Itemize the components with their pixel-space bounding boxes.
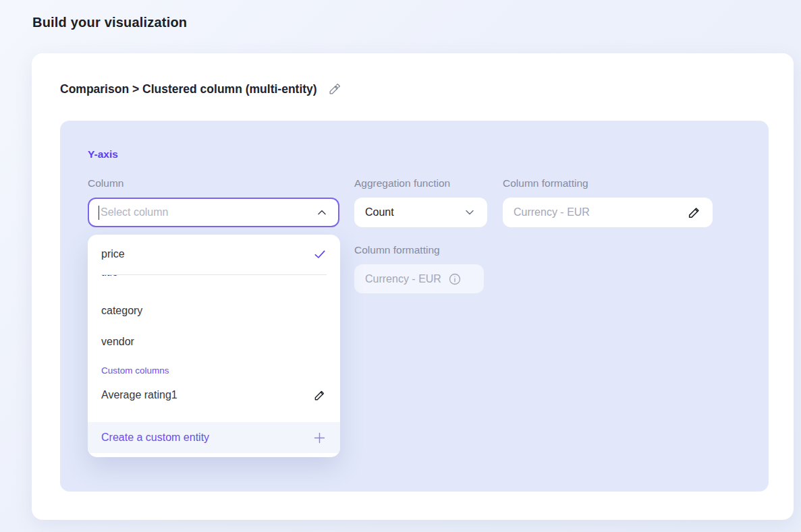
column-formatting-secondary-value: Currency - EUR bbox=[365, 273, 441, 285]
pencil-icon bbox=[328, 83, 341, 96]
edit-custom-column-button[interactable] bbox=[313, 388, 327, 402]
edit-formatting-button[interactable] bbox=[687, 205, 702, 220]
info-tooltip-trigger[interactable] bbox=[448, 272, 462, 286]
visualization-card: Comparison > Clustered column (multi-ent… bbox=[32, 53, 794, 520]
option-label: vendor bbox=[101, 336, 134, 348]
create-custom-entity-label: Create a custom entity bbox=[101, 432, 209, 444]
page-title: Build your visualization bbox=[32, 15, 187, 30]
dropdown-option-title-clipped[interactable]: title bbox=[88, 275, 340, 295]
plus-icon bbox=[312, 431, 327, 445]
pencil-icon bbox=[687, 205, 702, 220]
chevron-up-icon bbox=[315, 206, 329, 219]
y-axis-panel: Y-axis Column Select column price tit bbox=[60, 121, 769, 492]
aggregation-select[interactable]: Count bbox=[354, 198, 487, 227]
option-label: title bbox=[101, 275, 118, 279]
column-formatting-field: Column formatting Currency - EUR bbox=[503, 177, 713, 227]
column-formatting-value: Currency - EUR bbox=[514, 206, 590, 218]
column-dropdown: price title category vendor Custom colum… bbox=[88, 235, 340, 457]
column-formatting-secondary-label: Column formatting bbox=[354, 244, 484, 256]
option-label: price bbox=[101, 248, 125, 260]
aggregation-label: Aggregation function bbox=[354, 177, 487, 189]
column-formatting-label: Column formatting bbox=[503, 177, 713, 189]
column-label: Column bbox=[88, 177, 339, 189]
option-label: Average rating1 bbox=[101, 389, 177, 401]
chevron-down-icon bbox=[463, 206, 476, 219]
chart-type-breadcrumb: Comparison > Clustered column (multi-ent… bbox=[60, 82, 317, 96]
column-field: Column Select column price title bbox=[88, 177, 339, 227]
column-formatting-secondary-control: Currency - EUR bbox=[354, 264, 484, 293]
pencil-icon bbox=[313, 388, 327, 402]
custom-columns-header: Custom columns bbox=[88, 357, 340, 378]
column-select-placeholder: Select column bbox=[101, 206, 169, 218]
column-formatting-secondary-field: Column formatting Currency - EUR bbox=[354, 244, 484, 293]
column-select[interactable]: Select column bbox=[88, 198, 339, 227]
aggregation-field: Aggregation function Count bbox=[354, 177, 487, 227]
text-caret bbox=[99, 206, 99, 220]
dropdown-option-category[interactable]: category bbox=[88, 295, 340, 326]
dropdown-option-average-rating1[interactable]: Average rating1 bbox=[88, 378, 340, 412]
section-label: Y-axis bbox=[88, 148, 118, 160]
dropdown-option-price[interactable]: price bbox=[88, 239, 340, 270]
edit-chart-name-button[interactable] bbox=[328, 83, 341, 96]
info-icon bbox=[448, 272, 462, 286]
aggregation-value: Count bbox=[365, 206, 394, 218]
breadcrumb: Comparison > Clustered column (multi-ent… bbox=[60, 82, 341, 96]
dropdown-option-vendor[interactable]: vendor bbox=[88, 326, 340, 357]
option-label: category bbox=[101, 305, 142, 317]
check-icon bbox=[313, 247, 327, 261]
column-formatting-control[interactable]: Currency - EUR bbox=[503, 198, 713, 227]
create-custom-entity-row[interactable]: Create a custom entity bbox=[88, 422, 340, 453]
